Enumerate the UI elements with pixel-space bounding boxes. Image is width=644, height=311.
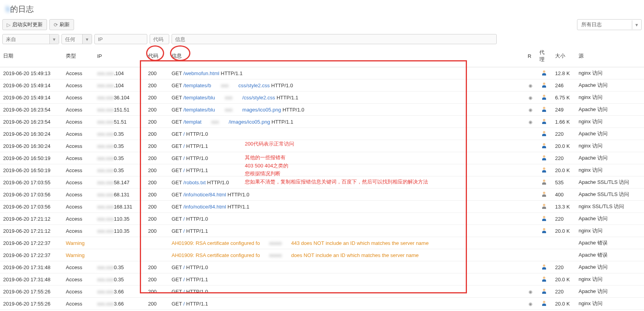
log-filter-dropdown[interactable]: 所有日志 ▾ (577, 19, 642, 30)
table-row[interactable]: 2019-06-20 17:03:56Accessxxx.xxx68.13120… (0, 189, 644, 201)
table-row[interactable]: 2019-06-20 17:22:37WarningAH01909: RSA c… (0, 237, 644, 249)
col-date[interactable]: 日期 (0, 47, 63, 67)
filter-ip[interactable] (94, 34, 147, 44)
table-row[interactable]: 2019-06-20 15:49:13Accessxxx.xxx.104200G… (0, 67, 644, 79)
col-src[interactable]: 源 (575, 47, 644, 67)
table-row[interactable]: 2019-06-20 17:22:37WarningAH01909: RSA c… (0, 249, 644, 261)
table-row[interactable]: 2019-06-20 17:31:48Accessxxx.xxx0.35200G… (0, 273, 644, 286)
page-header: b的日志 (0, 0, 644, 18)
toolbar: ▷ 启动实时更新 ⟳ 刷新 所有日志 ▾ (0, 18, 644, 34)
person-ssl-icon (541, 191, 547, 197)
table-row[interactable]: 2019-06-20 16:50:19Accessxxx.xxx0.35200G… (0, 152, 644, 164)
table-row[interactable]: 2019-06-20 16:23:54Accessxxx.xxx151.5120… (0, 104, 644, 116)
chevron-down-icon: ▾ (49, 34, 59, 44)
filter-code[interactable] (150, 34, 169, 44)
col-info[interactable]: 信息 (168, 47, 525, 67)
person-icon (541, 131, 547, 136)
play-icon: ▷ (7, 22, 11, 28)
table-row[interactable]: 2019-06-20 16:30:24Accessxxx.xxx0.35200G… (0, 140, 644, 152)
filter-info[interactable] (172, 34, 497, 44)
table-row[interactable]: 2019-06-20 17:21:12Accessxxx.xxx110.3520… (0, 213, 644, 225)
person-icon (541, 119, 547, 124)
table-row[interactable]: 2019-06-20 15:49:14Accessxxx.xxx.104200G… (0, 79, 644, 92)
person-icon (541, 167, 547, 173)
col-proxy[interactable]: 代理 (536, 47, 552, 67)
table-row[interactable]: 2019-06-20 17:21:12Accessxxx.xxx110.3520… (0, 225, 644, 237)
person-icon (541, 106, 547, 112)
col-size[interactable]: 大小 (552, 47, 575, 67)
table-row[interactable]: 2019-06-20 16:50:19Accessxxx.xxx0.35200G… (0, 164, 644, 176)
chevron-down-icon: ▾ (82, 34, 92, 44)
col-type[interactable]: 类型 (63, 47, 94, 67)
person-icon (541, 264, 547, 270)
log-table: 日期 类型 IP 代码 信息 R 代理 大小 源 2019-06-20 15:4… (0, 47, 644, 310)
person-ssl-icon (541, 179, 547, 185)
col-r[interactable]: R (525, 47, 536, 67)
refresh-icon: ⟳ (54, 22, 58, 28)
person-icon (541, 94, 547, 100)
person-icon (541, 216, 547, 221)
person-icon (541, 70, 547, 76)
page-title: b的日志 (6, 4, 638, 14)
eye-icon: ◉ (528, 119, 532, 125)
table-row[interactable]: 2019-06-20 16:30:24Accessxxx.xxx0.35200G… (0, 128, 644, 140)
eye-icon: ◉ (528, 289, 532, 295)
person-icon (541, 300, 547, 306)
table-row[interactable]: 2019-06-20 15:49:14Accessxxx.xxx36.10420… (0, 92, 644, 104)
filter-from[interactable]: ▾ (2, 34, 59, 44)
eye-icon: ◉ (528, 83, 532, 88)
table-row[interactable]: 2019-06-20 16:23:54Accessxxx.xxx51.51200… (0, 116, 644, 128)
person-icon (541, 143, 547, 148)
table-row[interactable]: 2019-06-20 17:03:56Accessxxx.xxx168.1312… (0, 201, 644, 213)
person-icon (541, 155, 547, 160)
filter-any[interactable]: ▾ (62, 34, 92, 44)
table-row[interactable]: 2019-06-20 17:55:26Accessxxx.xxx3.66200G… (0, 286, 644, 298)
refresh-button[interactable]: ⟳ 刷新 (49, 19, 74, 30)
person-icon (541, 288, 547, 294)
eye-icon: ◉ (528, 95, 532, 101)
table-row[interactable]: 2019-06-20 17:03:55Accessxxx.xxx58.14720… (0, 176, 644, 189)
table-row[interactable]: 2019-06-20 17:31:48Accessxxx.xxx0.35200G… (0, 261, 644, 273)
person-icon (541, 228, 547, 233)
person-icon (541, 276, 547, 282)
eye-icon: ◉ (528, 107, 532, 113)
filter-row: ▾ ▾ (0, 34, 644, 47)
col-code[interactable]: 代码 (145, 47, 168, 67)
eye-icon: ◉ (528, 301, 532, 307)
col-ip[interactable]: IP (94, 47, 145, 67)
chevron-down-icon: ▾ (632, 20, 641, 29)
person-icon (541, 82, 547, 88)
realtime-button[interactable]: ▷ 启动实时更新 (2, 19, 47, 30)
table-row[interactable]: 2019-06-20 17:55:26Accessxxx.xxx3.66200G… (0, 298, 644, 310)
person-ssl-icon (541, 203, 547, 209)
